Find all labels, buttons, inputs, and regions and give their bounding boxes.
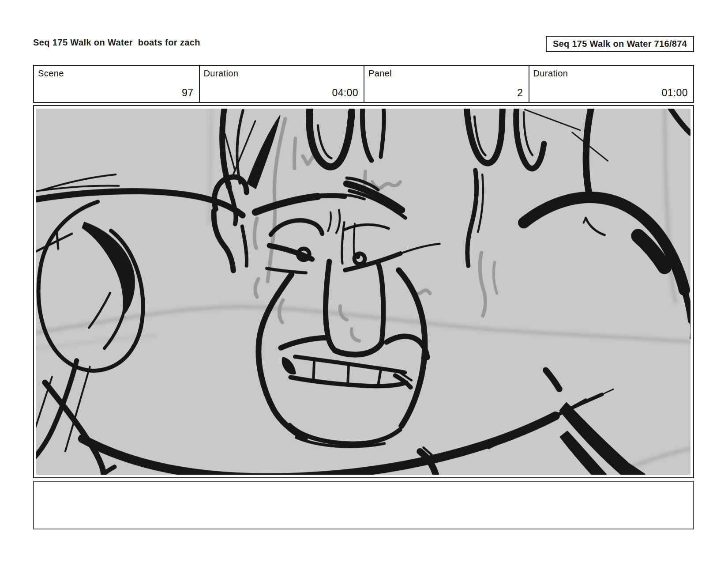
metadata-table: Scene 97 Duration 04:00 Panel 2 Duration… — [33, 65, 694, 103]
panel-duration-value: 01:00 — [661, 87, 688, 99]
sequence-page-indicator: Seq 175 Walk on Water 716/874 — [546, 36, 694, 52]
scene-duration-cell: Duration 04:00 — [199, 66, 364, 102]
notes-box — [33, 481, 694, 529]
scene-cell: Scene 97 — [34, 66, 199, 102]
storyboard-drawing — [36, 109, 690, 475]
storyboard-panel-frame — [33, 105, 694, 478]
sequence-title: Seq 175 Walk on Water boats for zach — [33, 38, 200, 48]
scene-label: Scene — [38, 68, 64, 79]
storyboard-sheet: Seq 175 Walk on Water boats for zach Seq… — [0, 0, 728, 563]
panel-label: Panel — [368, 68, 392, 79]
panel-cell: Panel 2 — [364, 66, 529, 102]
panel-duration-label: Duration — [533, 68, 568, 79]
panel-duration-cell: Duration 01:00 — [529, 66, 694, 102]
scene-duration-label: Duration — [204, 68, 239, 79]
scene-value: 97 — [182, 87, 193, 99]
sketch-svg — [36, 109, 690, 475]
panel-value: 2 — [517, 87, 523, 99]
scene-duration-value: 04:00 — [332, 87, 358, 99]
